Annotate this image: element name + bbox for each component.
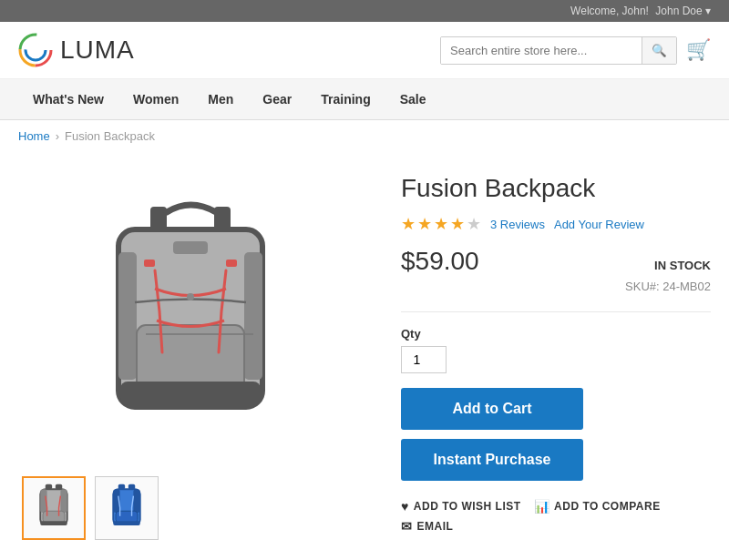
star-2: ★ bbox=[417, 214, 432, 234]
thumbnail-1[interactable] bbox=[22, 476, 86, 540]
thumb2-svg bbox=[99, 481, 154, 535]
thumbnail-2[interactable] bbox=[95, 476, 159, 540]
main-product-image[interactable] bbox=[18, 170, 364, 462]
sku-label: SKU#: bbox=[625, 280, 660, 293]
nav-item-whats-new[interactable]: What's New bbox=[18, 79, 118, 119]
svg-rect-8 bbox=[118, 252, 137, 380]
breadcrumb-current: Fusion Backpack bbox=[65, 129, 155, 143]
wish-list-label: ADD TO WISH LIST bbox=[414, 500, 521, 513]
cart-icon[interactable]: 🛒 bbox=[686, 38, 711, 62]
nav-item-women[interactable]: Women bbox=[118, 79, 193, 119]
qty-input[interactable] bbox=[401, 346, 447, 373]
add-compare-link[interactable]: 📊 ADD TO COMPARE bbox=[534, 499, 661, 514]
svg-rect-14 bbox=[226, 260, 237, 267]
email-icon: ✉ bbox=[401, 519, 413, 534]
search-box: 🔍 bbox=[440, 36, 677, 65]
breadcrumb: Home › Fusion Backpack bbox=[0, 120, 729, 152]
svg-rect-24 bbox=[56, 484, 62, 490]
nav-item-training[interactable]: Training bbox=[306, 79, 385, 119]
nav-item-men[interactable]: Men bbox=[193, 79, 248, 119]
sku-row: SKU#: 24-MB02 bbox=[401, 280, 711, 293]
top-bar: Welcome, John! John Doe bbox=[0, 0, 729, 22]
product-title: Fusion Backpack bbox=[401, 174, 711, 203]
star-3: ★ bbox=[434, 214, 448, 234]
star-5: ★ bbox=[467, 214, 481, 234]
instant-purchase-button[interactable]: Instant Purchase bbox=[401, 439, 583, 481]
star-rating: ★ ★ ★ ★ ★ bbox=[401, 214, 481, 234]
breadcrumb-home[interactable]: Home bbox=[18, 129, 50, 143]
reviews-link[interactable]: 3 Reviews bbox=[490, 218, 545, 231]
svg-rect-31 bbox=[128, 484, 135, 490]
search-button[interactable]: 🔍 bbox=[642, 37, 676, 64]
star-4: ★ bbox=[450, 214, 465, 234]
product-gallery bbox=[18, 170, 364, 540]
product-price: $59.00 bbox=[401, 247, 479, 276]
sku-value: 24-MB02 bbox=[662, 280, 711, 293]
header-right: 🔍 🛒 bbox=[440, 36, 711, 65]
logo-icon bbox=[18, 33, 53, 67]
nav-item-gear[interactable]: Gear bbox=[248, 79, 306, 119]
price-row: $59.00 IN STOCK bbox=[401, 247, 711, 276]
user-account-link[interactable]: John Doe bbox=[655, 5, 711, 17]
stock-status: IN STOCK bbox=[654, 259, 711, 272]
svg-rect-22 bbox=[40, 521, 67, 525]
svg-point-15 bbox=[187, 293, 194, 300]
svg-rect-16 bbox=[120, 382, 261, 405]
svg-rect-13 bbox=[144, 260, 155, 267]
breadcrumb-sep: › bbox=[56, 129, 59, 143]
svg-rect-28 bbox=[116, 511, 138, 523]
star-1: ★ bbox=[401, 214, 416, 234]
svg-rect-27 bbox=[133, 489, 139, 513]
search-input[interactable] bbox=[441, 37, 642, 64]
nav-item-sale[interactable]: Sale bbox=[385, 79, 441, 119]
product-info: Fusion Backpack ★ ★ ★ ★ ★ 3 Reviews Add … bbox=[401, 170, 711, 540]
add-review-link[interactable]: Add Your Review bbox=[554, 218, 644, 231]
main-nav: What's New Women Men Gear Training Sale bbox=[0, 79, 729, 120]
thumbnail-list bbox=[18, 476, 364, 540]
welcome-text: Welcome, John! bbox=[570, 5, 649, 17]
add-compare-label: ADD TO COMPARE bbox=[554, 500, 661, 513]
wish-list-link[interactable]: ♥ ADD TO WISH LIST bbox=[401, 499, 521, 514]
svg-rect-20 bbox=[60, 489, 67, 513]
thumb1-svg bbox=[26, 481, 81, 535]
svg-rect-17 bbox=[173, 241, 208, 254]
email-label: EMAIL bbox=[417, 520, 454, 533]
header: LUMA 🔍 🛒 bbox=[0, 22, 729, 79]
svg-rect-30 bbox=[118, 484, 125, 490]
action-links: ♥ ADD TO WISH LIST 📊 ADD TO COMPARE ✉ EM… bbox=[401, 499, 711, 534]
product-page: Fusion Backpack ★ ★ ★ ★ ★ 3 Reviews Add … bbox=[0, 152, 729, 560]
chart-icon: 📊 bbox=[534, 499, 550, 514]
logo[interactable]: LUMA bbox=[18, 33, 135, 67]
svg-rect-29 bbox=[113, 521, 140, 525]
svg-point-3 bbox=[26, 40, 46, 60]
divider bbox=[401, 311, 711, 312]
logo-text: LUMA bbox=[60, 36, 135, 65]
svg-rect-21 bbox=[43, 511, 65, 523]
rating-row: ★ ★ ★ ★ ★ 3 Reviews Add Your Review bbox=[401, 214, 711, 234]
svg-rect-23 bbox=[46, 484, 52, 490]
product-image-svg bbox=[64, 179, 319, 453]
heart-icon: ♥ bbox=[401, 499, 409, 514]
svg-rect-9 bbox=[244, 252, 262, 380]
email-link[interactable]: ✉ EMAIL bbox=[401, 519, 453, 534]
add-to-cart-button[interactable]: Add to Cart bbox=[401, 388, 583, 430]
qty-label: Qty bbox=[401, 327, 711, 341]
